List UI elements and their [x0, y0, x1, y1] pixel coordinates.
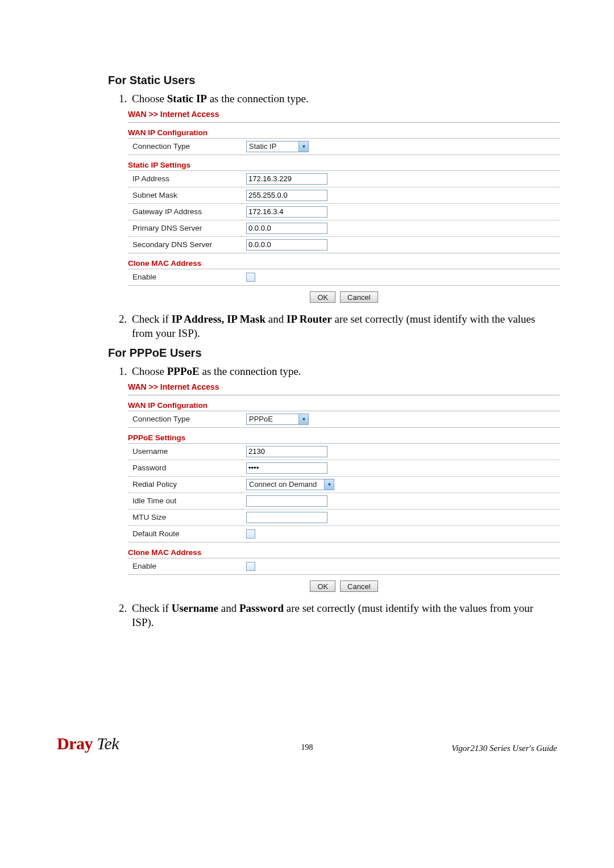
ok-button[interactable]: OK	[310, 291, 335, 303]
label-ip-address: IP Address	[128, 170, 242, 187]
label-idle-timeout: Idle Time out	[128, 493, 242, 509]
connection-type-select[interactable]: Static IP ▾	[246, 141, 309, 152]
primary-dns-input[interactable]	[246, 223, 327, 234]
guide-title: Vigor2130 Series User's Guide	[451, 744, 557, 753]
breadcrumb: WAN >> Internet Access	[128, 110, 560, 119]
idle-timeout-input[interactable]	[246, 495, 327, 507]
label-default-route: Default Route	[128, 525, 242, 542]
text-bold: Username	[172, 602, 218, 614]
text-bold: Password	[239, 602, 284, 614]
label-gateway-ip: Gateway IP Address	[128, 203, 242, 220]
screenshot-static-ip: WAN >> Internet Access WAN IP Configurat…	[128, 110, 560, 303]
chevron-down-icon: ▾	[324, 479, 334, 490]
text: Choose	[132, 93, 167, 105]
brand-tek: Tek	[93, 734, 119, 753]
text: Check if	[132, 313, 172, 325]
label-connection-type: Connection Type	[128, 138, 242, 155]
text: as the connection type.	[200, 365, 301, 377]
label-password: Password	[128, 460, 242, 476]
text: as the connection type.	[207, 93, 309, 105]
pppoe-step-1: Choose PPPoE as the connection type.	[130, 364, 557, 379]
page-footer: Dray Tek 198 Vigor2130 Series User's Gui…	[0, 734, 614, 753]
cancel-button[interactable]: Cancel	[340, 291, 377, 303]
select-value: Static IP	[249, 142, 276, 151]
page-number: 198	[301, 743, 313, 752]
table-connection-type: Connection Type Static IP ▾	[128, 138, 560, 155]
label-secondary-dns: Secondary DNS Server	[128, 236, 242, 253]
text-bold: IP Address, IP Mask	[172, 313, 265, 325]
label-username: Username	[128, 443, 242, 460]
text: Choose	[132, 365, 167, 377]
section-title-pppoe-settings: PPPoE Settings	[128, 433, 560, 442]
label-redial-policy: Redial Policy	[128, 476, 242, 493]
connection-type-select[interactable]: PPPoE ▾	[246, 414, 309, 425]
table-pppoe-settings: Username Password Redial Policy Connect …	[128, 443, 560, 542]
pppoe-step-2: Check if Username and Password are set c…	[130, 601, 557, 630]
select-value: PPPoE	[249, 415, 273, 423]
subnet-mask-input[interactable]	[246, 190, 327, 201]
text: and	[265, 313, 287, 325]
label-enable: Enable	[128, 558, 242, 574]
label-mtu-size: MTU Size	[128, 509, 242, 525]
redial-policy-select[interactable]: Connect on Demand ▾	[246, 479, 334, 490]
chevron-down-icon: ▾	[298, 414, 308, 424]
table-static-ip-settings: IP Address Subnet Mask Gateway IP Addres…	[128, 170, 560, 253]
ok-button[interactable]: OK	[310, 581, 335, 592]
label-primary-dns: Primary DNS Server	[128, 220, 242, 236]
static-step-1: Choose Static IP as the connection type.	[130, 91, 557, 106]
static-step-2: Check if IP Address, IP Mask and IP Rout…	[130, 312, 557, 341]
clone-mac-enable-checkbox[interactable]	[246, 562, 255, 571]
text: Check if	[132, 602, 172, 614]
label-enable: Enable	[128, 269, 242, 285]
table-clone-mac: Enable	[128, 558, 560, 575]
brand-logo: Dray Tek	[57, 734, 119, 753]
clone-mac-enable-checkbox[interactable]	[246, 273, 255, 282]
text-bold: PPPoE	[167, 365, 200, 377]
section-title-static-ip: Static IP Settings	[128, 161, 560, 169]
label-subnet-mask: Subnet Mask	[128, 187, 242, 203]
section-title-wan-ip: WAN IP Configuration	[128, 128, 560, 137]
username-input[interactable]	[246, 446, 327, 457]
secondary-dns-input[interactable]	[246, 239, 327, 251]
section-title-clone-mac: Clone MAC Address	[128, 548, 560, 557]
divider	[128, 122, 560, 123]
section-title-clone-mac: Clone MAC Address	[128, 259, 560, 268]
password-input[interactable]	[246, 462, 327, 474]
screenshot-pppoe: WAN >> Internet Access WAN IP Configurat…	[128, 382, 560, 592]
ip-address-input[interactable]	[246, 173, 327, 185]
mtu-size-input[interactable]	[246, 512, 327, 523]
label-connection-type: Connection Type	[128, 411, 242, 427]
default-route-checkbox[interactable]	[246, 529, 255, 539]
gateway-ip-input[interactable]	[246, 206, 327, 218]
breadcrumb: WAN >> Internet Access	[128, 382, 560, 391]
table-connection-type: Connection Type PPPoE ▾	[128, 411, 560, 428]
chevron-down-icon: ▾	[298, 141, 308, 152]
heading-pppoe-users: For PPPoE Users	[108, 347, 557, 360]
table-clone-mac: Enable	[128, 269, 560, 286]
cancel-button[interactable]: Cancel	[340, 581, 377, 592]
brand-dray: Dray	[57, 734, 93, 753]
text-bold: Static IP	[167, 93, 207, 105]
heading-static-users: For Static Users	[108, 74, 557, 87]
section-title-wan-ip: WAN IP Configuration	[128, 401, 560, 410]
divider	[128, 395, 560, 395]
text: and	[218, 602, 239, 614]
select-value: Connect on Demand	[249, 480, 317, 489]
text-bold: IP Router	[287, 313, 332, 325]
